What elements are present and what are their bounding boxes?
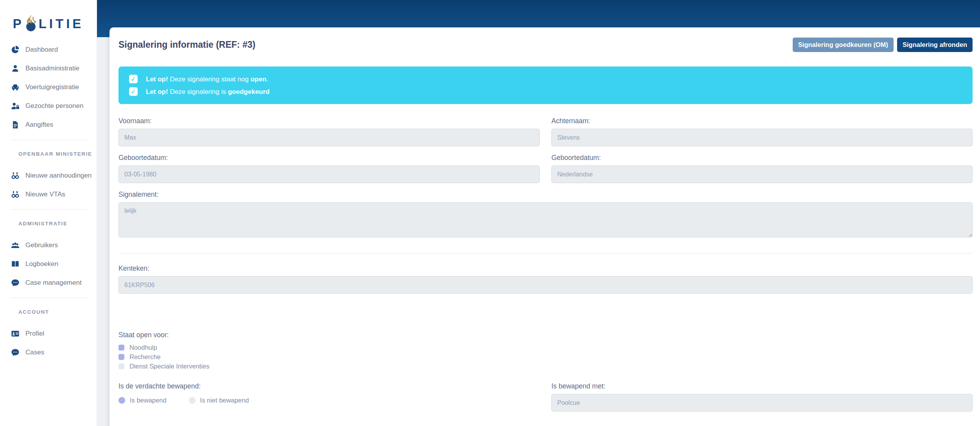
sidebar-item-aangiftes[interactable]: Aangiftes xyxy=(0,115,97,134)
handcuffs-icon xyxy=(11,171,20,180)
approve-signalering-button[interactable]: Signalering goedkeuren (OM) xyxy=(793,38,894,52)
radio-label: Is niet bewapend xyxy=(200,397,249,404)
radio-selected-icon xyxy=(118,397,125,404)
page-title: Signalering informatie (REF: #3) xyxy=(118,40,255,50)
alert-text: Let op! Deze signalering staat nog open. xyxy=(146,75,268,83)
book-icon xyxy=(11,260,20,268)
radio-option-is-bewapend: Is bewapend xyxy=(118,397,167,404)
checkbox-option-recherche: Recherche xyxy=(118,352,973,361)
sidebar-item-label: Logboeken xyxy=(25,260,58,268)
bewapend-options: Is bewapendIs niet bewapend xyxy=(118,397,540,404)
sidebar-item-case-management[interactable]: Case management xyxy=(0,273,97,292)
kenteken-label: Kenteken: xyxy=(118,264,973,273)
sidebar-item-dashboard[interactable]: Dashboard xyxy=(0,40,97,59)
users-icon xyxy=(11,241,20,250)
voornaam-label: Voornaam: xyxy=(118,117,540,125)
form-row-bewapend: Is de verdachte bewapend: Is bewapendIs … xyxy=(118,382,973,419)
alert-banner: ✓Let op! Deze signalering staat nog open… xyxy=(118,67,973,104)
sidebar-item-label: Cases xyxy=(25,349,44,356)
user-icon xyxy=(11,64,20,73)
main-area: Signalering informatie (REF: #3) Signale… xyxy=(97,0,980,426)
app-root: P LITIE DashboardBasisadministratieVoert… xyxy=(0,0,980,426)
car-icon xyxy=(11,83,20,92)
staat-open-voor-label: Staat open voor: xyxy=(118,331,973,339)
checkbox-checked-icon: ✓ xyxy=(129,87,138,96)
bewapend-met-label: Is bewapend met: xyxy=(551,382,973,390)
chart-pie-icon xyxy=(11,45,20,54)
field-bewapend-met: Is bewapend met: xyxy=(551,382,973,412)
sidebar-nav: DashboardBasisadministratieVoertuigregis… xyxy=(0,37,97,362)
sidebar-item-basisadministratie[interactable]: Basisadministratie xyxy=(0,59,97,78)
checkbox-checked-icon xyxy=(118,354,124,360)
content-card: Signalering informatie (REF: #3) Signale… xyxy=(109,27,980,426)
sidebar-item-cases[interactable]: Cases xyxy=(0,343,97,362)
section-divider xyxy=(118,253,973,253)
checkbox-label: Recherche xyxy=(129,353,161,361)
field-bewapend: Is de verdachte bewapend: Is bewapendIs … xyxy=(118,382,540,419)
alert-line: ✓Let op! Deze signalering staat nog open… xyxy=(118,73,973,85)
staat-open-voor-options: NoodhulpRechercheDienst Speciale Interve… xyxy=(118,343,973,371)
handcuffs-icon xyxy=(11,190,20,199)
card-header: Signalering informatie (REF: #3) Signale… xyxy=(118,38,973,52)
kenteken-input xyxy=(118,276,973,294)
alert-text: Let op! Deze signalering is goedgekeurd xyxy=(146,88,269,96)
sidebar-section-header-administratie: ADMINISTRATIE xyxy=(0,215,97,236)
sidebar-item-label: Profiel xyxy=(25,330,44,338)
radio-unselected-icon xyxy=(189,397,196,404)
user-lock-icon xyxy=(11,102,20,110)
achternaam-label: Achternaam: xyxy=(551,117,973,125)
signalement-label: Signalement: xyxy=(118,191,973,199)
sidebar-item-label: Basisadministratie xyxy=(25,65,79,72)
chat-icon xyxy=(11,348,20,357)
field-voornaam: Voornaam: xyxy=(118,117,540,146)
sidebar-section-header-openbaar-ministerie: OPENBAAR MINISTERIE xyxy=(0,146,97,166)
politie-flame-icon xyxy=(24,15,38,33)
document-icon xyxy=(11,120,20,129)
radio-option-is-niet-bewapend: Is niet bewapend xyxy=(189,397,249,404)
form-row-birth: Geboortedatum: Geboortedatum: xyxy=(118,154,973,191)
sidebar-item-voertuigregistratie[interactable]: Voertuigregistratie xyxy=(0,78,97,97)
finish-signalering-button[interactable]: Signalering afronden xyxy=(897,38,973,52)
sidebar-item-label: Gezochte personen xyxy=(25,102,83,110)
bewapend-label: Is de verdachte bewapend: xyxy=(118,382,540,390)
logo-text-litie: LITIE xyxy=(39,17,84,30)
field-staat-open-voor: Staat open voor: NoodhulpRechercheDienst… xyxy=(118,331,973,371)
sidebar-item-gezochte-personen[interactable]: Gezochte personen xyxy=(0,97,97,115)
field-nationaliteit: Geboortedatum: xyxy=(551,154,973,183)
sidebar-item-gebruikers[interactable]: Gebruikers xyxy=(0,236,97,255)
field-kenteken: Kenteken: xyxy=(118,264,973,294)
sidebar-item-label: Aangiftes xyxy=(25,121,53,129)
sidebar-item-label: Nieuwe VTAs xyxy=(25,191,65,198)
checkbox-unchecked-icon xyxy=(118,363,124,369)
checkbox-checked-icon xyxy=(118,345,124,351)
sidebar-item-label: Gebruikers xyxy=(25,241,58,249)
sidebar-item-nieuwe-vtas[interactable]: Nieuwe VTAs xyxy=(0,185,97,204)
sidebar-section-header-account: ACCOUNT xyxy=(0,304,97,324)
field-geboortedatum: Geboortedatum: xyxy=(118,154,540,183)
checkbox-option-noodhulp: Noodhulp xyxy=(118,343,973,352)
nationaliteit-label: Geboortedatum: xyxy=(551,154,973,162)
checkbox-option-dienst-speciale-interventies: Dienst Speciale Interventies xyxy=(118,361,973,371)
header-actions: Signalering goedkeuren (OM) Signalering … xyxy=(789,38,973,52)
achternaam-input xyxy=(551,129,973,146)
sidebar-item-nieuwe-aanhoudingen[interactable]: Nieuwe aanhoudingen xyxy=(0,166,97,185)
voornaam-input xyxy=(118,129,540,146)
nationaliteit-input xyxy=(551,165,973,183)
sidebar-item-logboeken[interactable]: Logboeken xyxy=(0,255,97,273)
sidebar-divider xyxy=(10,298,86,298)
geboortedatum-input xyxy=(118,165,540,183)
sidebar-item-label: Dashboard xyxy=(25,46,58,54)
sidebar-divider xyxy=(10,209,86,210)
field-signalement: Signalement: lelijk xyxy=(118,191,973,239)
chat-icon xyxy=(11,279,20,287)
sidebar-item-label: Nieuwe aanhoudingen xyxy=(25,172,92,180)
logo-text-p: P xyxy=(13,17,24,30)
checkbox-label: Noodhulp xyxy=(129,344,157,351)
checkbox-label: Dienst Speciale Interventies xyxy=(129,363,210,370)
radio-label: Is bewapend xyxy=(130,397,167,404)
form-row-names: Voornaam: Achternaam: xyxy=(118,117,973,154)
id-card-icon xyxy=(11,329,20,338)
signalement-textarea: lelijk xyxy=(118,202,973,237)
sidebar-item-profiel[interactable]: Profiel xyxy=(0,324,97,343)
politie-logo[interactable]: P LITIE xyxy=(0,0,97,37)
